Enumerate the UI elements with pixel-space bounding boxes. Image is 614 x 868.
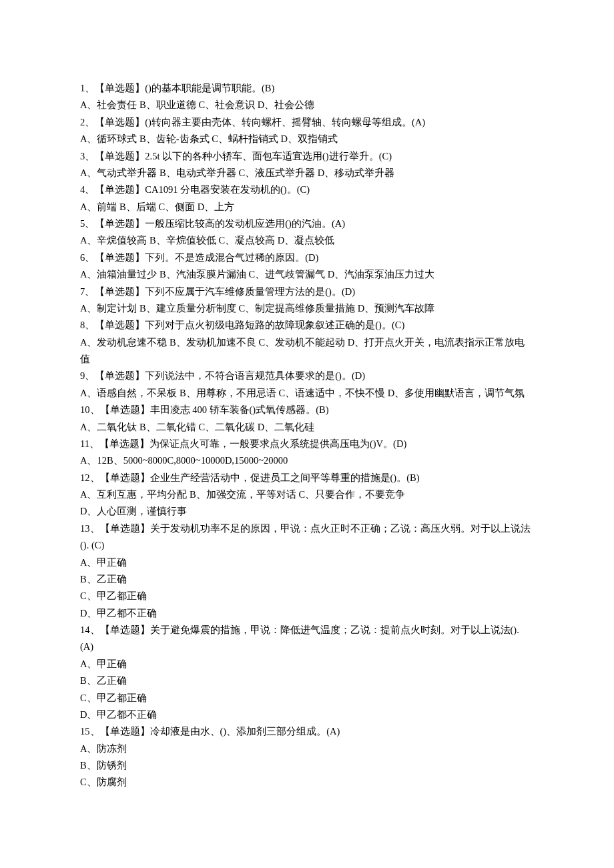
text-line: B、乙正确 bbox=[80, 673, 534, 689]
text-line: 2、【单选题】()转向器主要由壳体、转向螺杆、摇臂轴、转向螺母等组成。(A) bbox=[80, 114, 534, 131]
text-line: A、发动机怠速不稳 B、发动机加速不良 C、发动机不能起动 D、打开点火开关，电… bbox=[80, 334, 534, 368]
text-line: A、辛烷值较高 B、辛烷值较低 C、凝点较高 D、凝点较低 bbox=[80, 232, 534, 249]
document-body: 1、【单选题】()的基本职能是调节职能。(B)A、社会责任 B、职业道德 C、社… bbox=[0, 0, 614, 831]
text-line: D、人心叵测，谨慎行事 bbox=[80, 503, 534, 520]
text-line: 1、【单选题】()的基本职能是调节职能。(B) bbox=[80, 80, 534, 97]
text-line: C、甲乙都正确 bbox=[80, 690, 534, 707]
text-line: 11、【单选题】为保证点火可靠，一般要求点火系统提供高压电为()V。(D) bbox=[80, 436, 534, 452]
text-line: A、气动式举升器 B、电动式举升器 C、液压式举升器 D、移动式举升器 bbox=[80, 165, 534, 181]
text-line: 10、【单选题】丰田凌志 400 轿车装备()式氧传感器。(B) bbox=[80, 402, 534, 418]
text-line: B、乙正确 bbox=[80, 571, 534, 588]
text-line: A、制定计划 B、建立质量分析制度 C、制定提高维修质量措施 D、预测汽车故障 bbox=[80, 300, 534, 317]
text-line: 9、【单选题】下列说法中，不符合语言规范具体要求的是()。(D) bbox=[80, 368, 534, 384]
text-line: A、社会责任 B、职业道德 C、社会意识 D、社会公德 bbox=[80, 97, 534, 113]
text-line: 3、【单选题】2.5t 以下的各种小轿车、面包车适宜选用()进行举升。(C) bbox=[80, 148, 534, 165]
text-line: 12、【单选题】企业生产经营活动中，促进员工之间平等尊重的措施是()。(B) bbox=[80, 470, 534, 486]
text-line: D、甲乙都不正确 bbox=[80, 707, 534, 723]
text-line: A、前端 B、后端 C、侧面 D、上方 bbox=[80, 199, 534, 215]
text-line: D、甲乙都不正确 bbox=[80, 605, 534, 622]
text-line: 7、【单选题】下列不应属于汽车维修质量管理方法的是()。(D) bbox=[80, 284, 534, 300]
text-line: A、12B、5000~8000C,8000~10000D,15000~20000 bbox=[80, 452, 534, 469]
text-line: 5、【单选题】一般压缩比较高的发动机应选用()的汽油。(A) bbox=[80, 215, 534, 232]
text-line: A、循环球式 B、齿轮-齿条式 C、蜗杆指销式 D、双指销式 bbox=[80, 131, 534, 147]
text-line: A、防冻剂 bbox=[80, 741, 534, 757]
text-line: A、油箱油量过少 B、汽油泵膜片漏油 C、进气歧管漏气 D、汽油泵泵油压力过大 bbox=[80, 266, 534, 283]
text-line: A、甲正确 bbox=[80, 656, 534, 673]
text-line: A、语感自然，不呆板 B、用尊称，不用忌语 C、语速适中，不快不慢 D、多使用幽… bbox=[80, 385, 534, 402]
text-line: A、甲正确 bbox=[80, 554, 534, 571]
text-line: C、甲乙都正确 bbox=[80, 588, 534, 604]
text-line: A、互利互惠，平均分配 B、加强交流，平等对话 C、只要合作，不要竞争 bbox=[80, 486, 534, 503]
text-line: 4、【单选题】CA1091 分电器安装在发动机的()。(C) bbox=[80, 181, 534, 198]
text-line: 15、【单选题】冷却液是由水、()、添加剂三部分组成。(A) bbox=[80, 723, 534, 740]
text-line: 8、【单选题】下列对于点火初级电路短路的故障现象叙述正确的是()。(C) bbox=[80, 317, 534, 334]
text-line: C、防腐剂 bbox=[80, 774, 534, 791]
text-line: A、二氧化钛 B、二氧化错 C、二氧化碳 D、二氧化硅 bbox=[80, 419, 534, 436]
text-line: 13、【单选题】关于发动机功率不足的原因，甲说：点火正时不正确；乙说：高压火弱。… bbox=[80, 520, 534, 554]
text-line: 6、【单选题】下列。不是造成混合气过稀的原因。(D) bbox=[80, 250, 534, 266]
text-line: B、防锈剂 bbox=[80, 757, 534, 774]
text-line: 14、【单选题】关于避免爆震的措施，甲说：降低进气温度；乙说：提前点火时刻。对于… bbox=[80, 622, 534, 656]
